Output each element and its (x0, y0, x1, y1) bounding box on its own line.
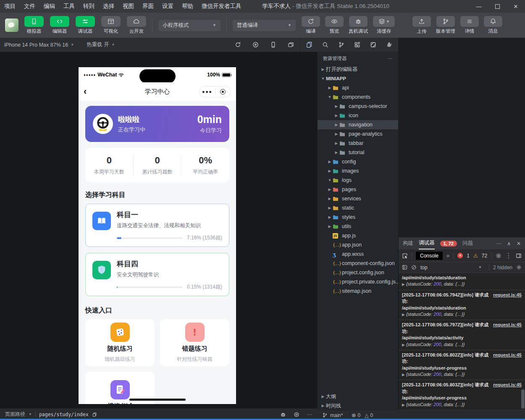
inspect-icon[interactable] (402, 253, 408, 259)
action-messages[interactable]: 消息 (484, 16, 502, 34)
tool-editor[interactable]: 编辑器 (50, 16, 69, 34)
quick-card-wrong-practice[interactable]: !错题练习针对性练习错题 (160, 319, 229, 366)
devtools-close-panel-icon[interactable]: ✕ (517, 241, 521, 247)
project-avatar[interactable] (5, 18, 18, 32)
tree-item[interactable]: ▶campus-selector (318, 102, 398, 111)
tree-item[interactable]: ▶config (318, 157, 398, 166)
console-scrollbar[interactable] (521, 389, 525, 409)
menu-item[interactable]: 文件 (20, 3, 39, 10)
tree-item[interactable]: {..}component-config.json (318, 259, 398, 268)
compile-mode-dropdown[interactable]: 普通编译▼ (233, 20, 296, 31)
console-tab[interactable]: Console (416, 252, 443, 260)
outline-section[interactable]: ▶大纲 (318, 392, 398, 401)
dock-icon[interactable] (516, 253, 522, 259)
multi-window-icon[interactable] (288, 42, 294, 48)
device-selector[interactable]: iPhone 14 Pro Max 87% 16▼ (0, 42, 78, 48)
tree-item[interactable]: ▶images (318, 166, 398, 176)
devtools-collapse-icon[interactable]: ∧ (507, 241, 511, 247)
subject-card-subject-4[interactable]: 科目四安全文明驾驶常识0.15% (1314题) (85, 253, 229, 296)
sidebar-toggle-icon[interactable] (402, 265, 407, 270)
tree-item[interactable]: ▶styles (318, 213, 398, 222)
search-icon[interactable] (322, 42, 328, 48)
study-banner[interactable]: 啦啦啦 正在学习中 0min 今日学习 (85, 106, 229, 142)
tree-item[interactable]: ▼components (318, 92, 398, 102)
tree-item[interactable]: ʒapp.wxss (318, 249, 398, 259)
branch-name[interactable]: main* (330, 412, 343, 418)
tree-item[interactable]: ▶page-analytics (318, 129, 398, 139)
teapot-icon[interactable] (386, 42, 392, 48)
tree-item[interactable]: ▼logs (318, 176, 398, 185)
expand-object-icon[interactable]: ▶ (402, 282, 405, 286)
expand-object-icon[interactable]: ▶ (402, 312, 405, 317)
more-status-icon[interactable]: ⋯ (307, 412, 312, 417)
tree-item[interactable]: ▶services (318, 194, 398, 203)
action-remote-debug[interactable]: 真机调试 (349, 16, 368, 34)
filter-gear-icon[interactable] (516, 265, 522, 270)
minimize-capsule-button[interactable] (215, 89, 231, 94)
kebab-menu-icon[interactable]: ⋮ (505, 252, 512, 260)
tree-item[interactable]: JSapp.js (318, 231, 398, 240)
record-icon[interactable] (252, 42, 259, 48)
device-frame-icon[interactable] (270, 42, 276, 48)
copy-icon[interactable] (92, 412, 97, 417)
expand-object-icon[interactable]: ▶ (402, 343, 405, 347)
action-compile[interactable]: 编译 (302, 16, 320, 34)
wxml-panel-icon[interactable] (370, 42, 376, 48)
devtools-tab-debugger[interactable]: 调试器 (419, 237, 435, 249)
source-control-icon[interactable] (338, 42, 344, 48)
tree-item[interactable]: ▶tabbar (318, 139, 398, 148)
settings-gear-icon[interactable] (496, 253, 501, 259)
action-upload[interactable]: 上传 (412, 16, 431, 34)
devtools-tab-issues[interactable]: 问题 (462, 237, 473, 249)
watch-icon[interactable] (294, 412, 299, 417)
menu-item[interactable]: 工具 (59, 3, 79, 10)
source-link[interactable]: request.js:45 (493, 382, 522, 388)
menu-item[interactable]: 转到 (79, 3, 99, 10)
tool-visualization[interactable]: 可视化 (101, 16, 121, 34)
action-preview[interactable]: 预览 (325, 16, 344, 34)
tree-item[interactable]: {..}sitemap.json (318, 286, 398, 296)
debug-status-icon[interactable] (280, 412, 286, 417)
page-path-label[interactable]: 页面路径 (5, 411, 25, 418)
minimize-button[interactable]: — (470, 0, 488, 13)
quick-card-random-practice[interactable]: 随机练习随机题目练习 (85, 319, 155, 366)
tree-item[interactable]: {..}project.config.json (318, 268, 398, 277)
frame-context-dropdown[interactable]: top▼ (420, 265, 485, 270)
action-details[interactable]: 详情 (460, 16, 479, 34)
mode-dropdown[interactable]: 小程序模式▼ (158, 20, 220, 31)
menu-item[interactable]: 编辑 (39, 3, 59, 10)
more-button[interactable]: ●●● (200, 89, 215, 94)
clear-console-icon[interactable] (411, 265, 417, 270)
warning-count-icon[interactable]: ⚠ (473, 253, 478, 259)
tree-item[interactable]: {..}app.json (318, 240, 398, 249)
menu-item[interactable]: 项目 (0, 3, 20, 10)
menu-item[interactable]: 视图 (118, 3, 138, 10)
tree-item[interactable]: ▶navigation (318, 120, 398, 129)
tool-simulator[interactable]: 模拟器 (24, 16, 44, 34)
action-clear-cache[interactable]: ▼清缓存 (373, 16, 395, 34)
expand-object-icon[interactable]: ▶ (402, 373, 405, 377)
devtools-more-icon[interactable]: ⋯ (496, 241, 501, 247)
menu-item[interactable]: 界面 (138, 3, 158, 10)
tool-debugger[interactable]: 调试器 (76, 16, 95, 34)
tree-item[interactable]: ▶api (318, 83, 398, 92)
explorer-more-icon[interactable]: ⋯ (388, 55, 394, 61)
source-link[interactable]: request.js:45 (493, 322, 522, 328)
tree-item[interactable]: ▶tutorial (318, 148, 398, 157)
maximize-button[interactable] (488, 0, 507, 13)
tree-item[interactable]: ▼MINIAPP (318, 74, 398, 83)
timeline-section[interactable]: ▶时间线 (318, 401, 398, 410)
devtools-tab-build[interactable]: 构建 (403, 237, 413, 249)
tree-item[interactable]: {..}project.private.config.js... (318, 277, 398, 286)
more-tabs-icon[interactable]: » (446, 252, 449, 259)
error-count-icon[interactable]: ✕ (457, 253, 463, 258)
tool-cloud-dev[interactable]: 云开发 (127, 16, 146, 34)
extensions-icon[interactable] (354, 42, 360, 48)
action-version-control[interactable]: 版本管理 (436, 16, 455, 34)
restart-icon[interactable] (235, 42, 241, 48)
menu-item[interactable]: 选择 (99, 3, 118, 10)
menu-item[interactable]: 帮助 (178, 3, 197, 10)
hot-reload-toggle[interactable]: 热重载 开▼ (82, 41, 119, 48)
menu-item[interactable]: 设置 (158, 3, 178, 10)
tree-item[interactable]: ▶pages (318, 185, 398, 194)
